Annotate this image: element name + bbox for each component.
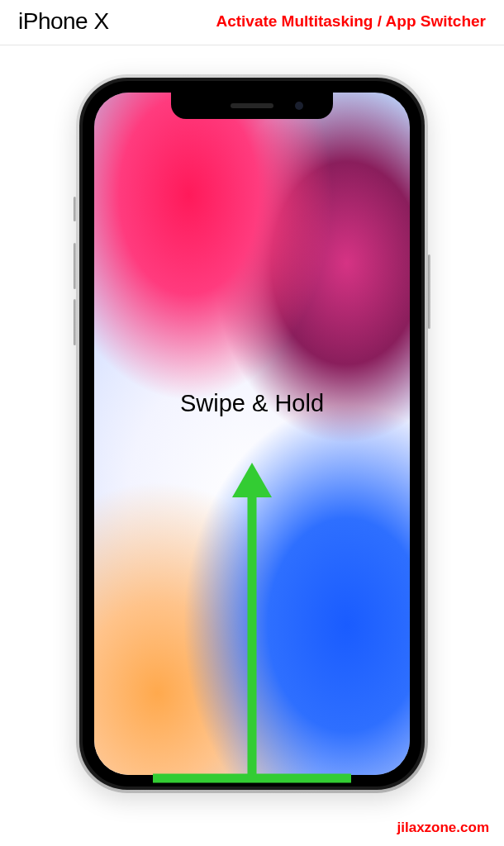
svg-marker-2 xyxy=(232,463,272,497)
volume-up-button-icon xyxy=(74,243,76,289)
swipe-arrow-icon xyxy=(145,458,359,785)
header-bar: iPhone X Activate Multitasking / App Swi… xyxy=(0,0,504,45)
volume-down-button-icon xyxy=(74,299,76,345)
gesture-label: Swipe & Hold xyxy=(180,390,324,417)
mute-switch-icon xyxy=(74,197,76,221)
instruction-title: Activate Multitasking / App Switcher xyxy=(216,12,486,31)
notch xyxy=(171,93,333,119)
speaker-icon xyxy=(231,103,273,108)
front-camera-icon xyxy=(295,102,303,110)
power-button-icon xyxy=(428,254,430,329)
device-name: iPhone X xyxy=(18,8,109,35)
footer-credit: jilaxzone.com xyxy=(397,820,489,836)
